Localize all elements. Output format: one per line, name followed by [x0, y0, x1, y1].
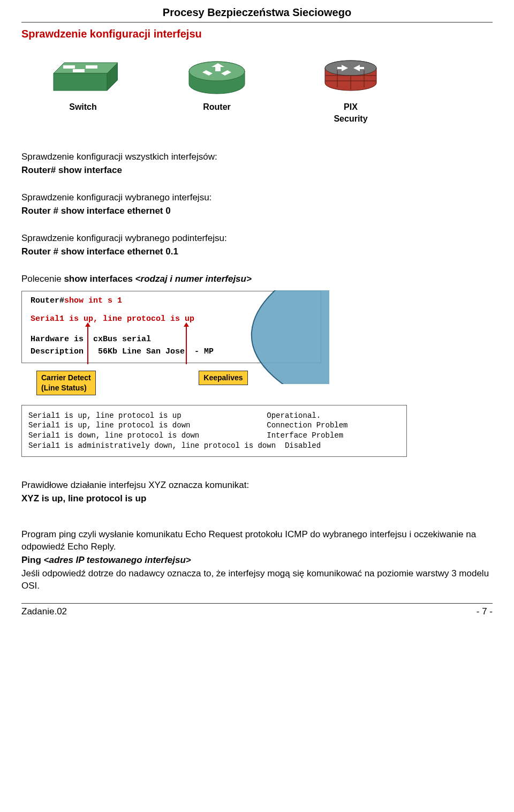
badge-line-1: Carrier Detect — [41, 373, 91, 382]
hw-text: 56Kb Line San Jose — [98, 347, 185, 356]
router-label: Router — [182, 101, 252, 113]
badge-row: Carrier Detect (Line Status) Keepalives — [21, 371, 493, 395]
hw-text: Description — [31, 347, 84, 356]
switch-label: Switch — [48, 101, 118, 113]
command-line: Router # show interface ethernet 0.1 — [21, 246, 493, 258]
switch-icon — [48, 57, 118, 100]
ping-command: Ping <adres IP testowanego interfejsu> — [21, 554, 493, 567]
paragraph-block-3: Sprawdzenie konfiguracji wybranego podin… — [21, 232, 493, 258]
text-span: Polecenie — [21, 274, 64, 284]
status-ok-line: XYZ is up, line protocol is up — [21, 493, 493, 505]
command-text: show int s 1 — [64, 296, 122, 305]
hw-line-2: Description 56Kb Line San Jose - MP — [31, 347, 315, 357]
badge-line-2: (Line Status) — [41, 384, 87, 392]
svg-point-9 — [325, 61, 376, 76]
hw-line-1: Hardware is cxBus serial — [31, 334, 315, 345]
status-table-box: Serial1 is up, line protocol is up Opera… — [21, 405, 407, 457]
paragraph-block-2: Sprawdzenie konfiguracji wybranego inter… — [21, 192, 493, 217]
arrow-stem — [87, 327, 88, 364]
firewall-icon — [316, 57, 386, 100]
hw-text: Hardware is — [31, 335, 84, 344]
ping-reply-paragraph: Jeśli odpowiedź dotrze do nadawcy oznacz… — [21, 568, 493, 592]
pix-label-2: Security — [316, 113, 386, 125]
hw-text: cxBus serial — [93, 335, 151, 344]
footer-rule — [21, 603, 493, 604]
ping-cmd-arg: <adres IP testowanego interfejsu> — [44, 555, 191, 565]
svg-rect-3 — [63, 65, 75, 69]
ping-cmd-name: Ping — [21, 555, 44, 565]
text-line: Prawidłowe działanie interfejsu XYZ ozna… — [21, 479, 493, 492]
router-icon — [182, 57, 252, 100]
ping-paragraph: Program ping czyli wysłanie komunikatu E… — [21, 529, 493, 553]
section-title: Sprawdzenie konfiguracji interfejsu — [21, 27, 493, 41]
arrow-up-icon — [85, 322, 90, 327]
pix-label-1: PIX — [316, 101, 386, 113]
device-icon-row: Switch Router PIX Security — [21, 57, 493, 124]
arrow-up-icon — [184, 322, 189, 327]
router-device: Router — [182, 57, 252, 124]
command-line: Router # show interface ethernet 0 — [21, 205, 493, 217]
ok-block: Prawidłowe działanie interfejsu XYZ ozna… — [21, 479, 493, 505]
footer-left: Zadanie.02 — [21, 606, 67, 618]
page-footer: Zadanie.02 - 7 - — [21, 606, 493, 618]
svg-rect-5 — [73, 69, 85, 72]
keepalives-badge: Keepalives — [199, 371, 247, 385]
arrow-stem — [186, 327, 187, 364]
text-line: Sprawdzenie konfiguracji wszystkich inte… — [21, 151, 493, 163]
command-arg: <rodzaj i numer interfejsu> — [135, 274, 252, 284]
terminal-output-box: Router#show int s 1 Serial1 is up, line … — [21, 291, 321, 363]
hw-text: - MP — [194, 347, 214, 356]
status-line: Serial1 is up, line protocol is up — [31, 314, 315, 325]
pix-device: PIX Security — [316, 57, 386, 124]
footer-right: - 7 - — [477, 606, 493, 618]
carrier-detect-badge: Carrier Detect (Line Status) — [36, 371, 96, 395]
header-rule — [21, 22, 493, 22]
prompt-text: Router# — [31, 296, 64, 305]
paragraph-block-1: Sprawdzenie konfiguracji wszystkich inte… — [21, 151, 493, 177]
text-line: Sprawdzenie konfiguracji wybranego podin… — [21, 232, 493, 245]
command-line: Router# show interface — [21, 164, 493, 177]
switch-device: Switch — [48, 57, 118, 124]
page-header: Procesy Bezpieczeństwa Sieciowego — [21, 5, 493, 20]
text-line: Sprawdzenie konfiguracji wybranego inter… — [21, 192, 493, 204]
command-heading: Polecenie show interfaces <rodzaj i nume… — [21, 273, 493, 285]
command-name: show interfaces — [64, 274, 135, 284]
svg-rect-4 — [86, 65, 97, 69]
svg-rect-1 — [54, 73, 107, 91]
